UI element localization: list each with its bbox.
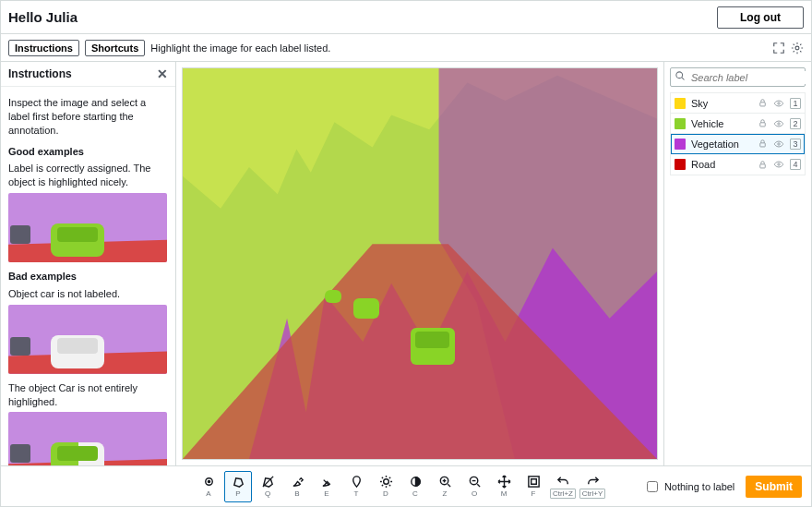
tool-polygon-button[interactable]: P — [224, 471, 252, 502]
instructions-title: Instructions — [8, 67, 72, 80]
tool-polygon-sub-button[interactable]: Q — [254, 471, 281, 502]
search-icon — [675, 70, 686, 84]
label-shortcut: 1 — [790, 98, 801, 109]
lock-icon[interactable] — [757, 159, 768, 170]
brightness-icon — [379, 475, 393, 489]
label-row-sky[interactable]: Sky1 — [671, 93, 805, 114]
tool-shortcut: B — [294, 489, 299, 498]
svg-point-15 — [383, 479, 388, 485]
good-example-image — [8, 193, 167, 262]
label-swatch — [675, 159, 686, 170]
svg-rect-24 — [528, 477, 538, 487]
svg-point-6 — [778, 122, 780, 124]
gear-icon[interactable] — [791, 42, 804, 54]
svg-rect-5 — [759, 123, 765, 127]
tool-undo-button[interactable]: Ctrl+Z — [549, 471, 577, 502]
label-name: Sky — [691, 98, 751, 109]
vehicle-mask-3 — [325, 290, 341, 303]
instructions-body: Inspect the image and select a label fir… — [1, 87, 175, 465]
tool-point-button[interactable]: A — [195, 471, 222, 502]
label-row-vehicle[interactable]: Vehicle2 — [671, 114, 805, 134]
nothing-to-label-checkbox[interactable]: Nothing to label — [643, 478, 734, 495]
svg-rect-7 — [759, 143, 765, 147]
labels-panel: Sky1Vehicle2Vegetation3Road4 — [663, 62, 811, 465]
lock-icon[interactable] — [757, 118, 768, 129]
label-swatch — [675, 98, 686, 109]
tool-zoom-in-button[interactable]: Z — [431, 471, 459, 502]
instructions-header: Instructions ✕ — [1, 62, 175, 87]
instructions-intro: Inspect the image and select a label fir… — [8, 96, 168, 138]
eye-icon[interactable] — [773, 139, 784, 150]
fullscreen-icon[interactable] — [772, 42, 785, 54]
svg-point-12 — [208, 480, 209, 482]
label-search[interactable] — [670, 67, 806, 87]
label-shortcut: 2 — [790, 118, 801, 129]
eraser-icon — [320, 475, 334, 489]
label-name: Vehicle — [691, 118, 751, 129]
label-shortcut: 4 — [790, 159, 801, 170]
bad-example-1-image — [8, 305, 167, 374]
svg-line-22 — [477, 484, 480, 487]
label-name: Road — [691, 159, 751, 170]
canvas-wrapper — [176, 62, 663, 465]
tool-shortcut: Q — [265, 489, 270, 498]
dropper-icon — [350, 475, 364, 489]
submit-button[interactable]: Submit — [746, 476, 802, 498]
svg-point-8 — [778, 142, 780, 144]
label-search-input[interactable] — [689, 71, 811, 84]
logout-button[interactable]: Log out — [717, 6, 804, 29]
tool-shortcut: E — [324, 489, 328, 498]
instructions-toggle-button[interactable]: Instructions — [8, 40, 79, 56]
tool-shortcut: T — [354, 489, 359, 498]
secondary-bar: Instructions Shortcuts Highlight the ima… — [1, 34, 811, 62]
instructions-panel: Instructions ✕ Inspect the image and sel… — [1, 62, 176, 465]
label-name: Vegetation — [691, 139, 751, 150]
top-bar: Hello Julia Log out — [1, 1, 811, 34]
tool-dropper-button[interactable]: T — [342, 471, 370, 502]
svg-point-4 — [778, 102, 780, 103]
nothing-to-label-input[interactable] — [647, 481, 658, 492]
lock-icon[interactable] — [757, 139, 768, 150]
zoom-out-icon — [468, 475, 482, 489]
nothing-to-label-text: Nothing to label — [664, 481, 734, 492]
tool-redo-button[interactable]: Ctrl+Y — [579, 471, 606, 502]
lock-icon[interactable] — [757, 98, 768, 109]
svg-line-18 — [448, 484, 450, 487]
tool-shortcut: D — [383, 489, 388, 498]
svg-line-2 — [682, 78, 685, 80]
tool-brightness-button[interactable]: D — [372, 471, 400, 502]
fit-icon — [527, 475, 541, 489]
contrast-icon — [409, 475, 423, 489]
tool-contrast-button[interactable]: C — [401, 471, 429, 502]
good-examples-heading: Good examples — [8, 145, 168, 159]
tool-zoom-out-button[interactable]: O — [460, 471, 488, 502]
tool-move-button[interactable]: M — [490, 471, 518, 502]
main-area: Instructions ✕ Inspect the image and sel… — [1, 62, 811, 465]
label-row-vegetation[interactable]: Vegetation3 — [671, 134, 805, 154]
bottom-toolbar: APQBETDCZOMFCtrl+ZCtrl+Y Nothing to labe… — [1, 465, 811, 506]
eye-icon[interactable] — [773, 98, 784, 109]
brush-icon — [291, 475, 304, 489]
tool-shortcut: A — [206, 489, 210, 498]
shortcuts-button[interactable]: Shortcuts — [85, 40, 145, 56]
tool-shortcut: O — [472, 489, 477, 498]
task-hint-text: Highlight the image for each label liste… — [150, 42, 330, 54]
svg-rect-9 — [759, 163, 765, 167]
greeting-text: Hello Julia — [8, 9, 78, 25]
tool-brush-button[interactable]: B — [283, 471, 311, 502]
move-icon — [497, 475, 511, 489]
label-row-road[interactable]: Road4 — [671, 154, 805, 175]
tool-shortcut: Ctrl+Z — [550, 489, 576, 499]
eye-icon[interactable] — [773, 159, 784, 170]
close-icon[interactable]: ✕ — [157, 67, 168, 80]
svg-point-1 — [676, 72, 683, 78]
tool-eraser-button[interactable]: E — [313, 471, 340, 502]
tool-shortcut: C — [412, 489, 418, 498]
tool-shortcut: Z — [443, 489, 448, 498]
label-swatch — [675, 118, 686, 129]
undo-icon — [556, 474, 570, 488]
tool-fit-button[interactable]: F — [519, 471, 547, 502]
eye-icon[interactable] — [773, 118, 784, 129]
vehicle-mask-2 — [353, 298, 379, 319]
annotation-canvas[interactable] — [182, 67, 658, 460]
